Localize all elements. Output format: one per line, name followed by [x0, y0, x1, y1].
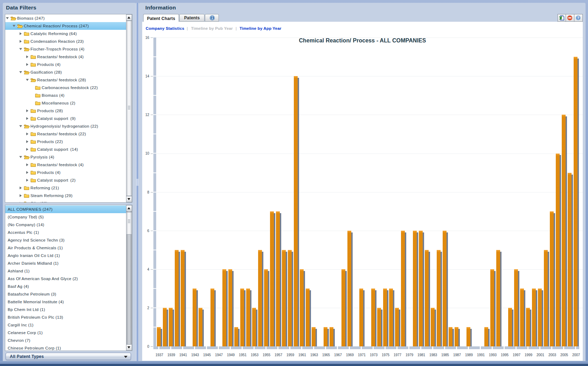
- svg-text:?: ?: [577, 16, 579, 20]
